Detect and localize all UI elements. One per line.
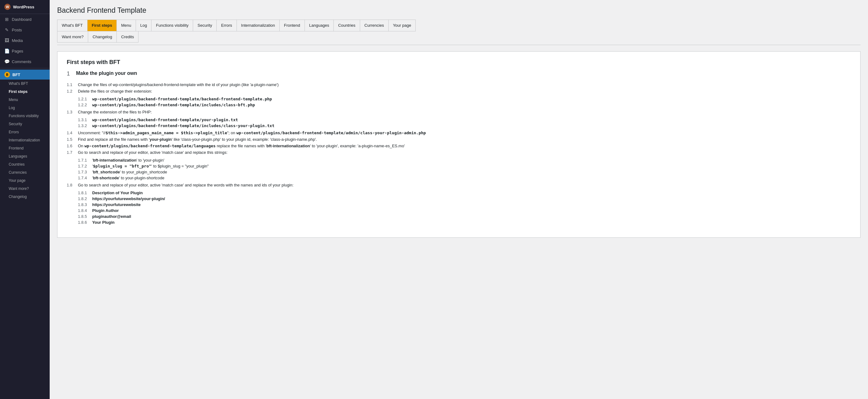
media-icon: 🖼 [4, 38, 9, 43]
tab-errors[interactable]: Errors [216, 20, 237, 31]
sidebar-label-media: Media [12, 38, 23, 43]
sidebar-label-pages: Pages [12, 49, 23, 53]
sidebar-sub-countries[interactable]: Countries [0, 160, 50, 168]
sidebar: W WordPress ⊞ Dashboard ✎ Posts 🖼 Media … [0, 0, 50, 399]
item-1-3-subitems: 1.3.1 wp-content/plugins/backend-fronten… [78, 117, 274, 129]
item-1-8-6: 1.8.6 Your Plugin [78, 219, 165, 225]
item-1-3-num: 1.3 [67, 110, 75, 114]
tab-currencies[interactable]: Currencies [360, 20, 389, 31]
sidebar-sub-changelog[interactable]: Changelog [0, 193, 50, 201]
item-1-3-1-num: 1.3.1 [78, 117, 90, 122]
item-1-8-4: 1.8.4 Plugin Author [78, 207, 165, 213]
tab-changelog[interactable]: Changelog [88, 31, 117, 43]
item-1-6: 1.6 On wp-content/plugins/backend-fronte… [67, 143, 851, 149]
tab-whats-bft[interactable]: What's BFT [57, 20, 88, 31]
item-1-3-2-text: wp-content/plugins/backend-frontend-temp… [92, 123, 274, 128]
sidebar-sub-errors[interactable]: Errors [0, 128, 50, 136]
item-1-5-text: Find and replace all the file names with… [78, 137, 317, 142]
tabs-divider [57, 45, 861, 45]
item-1-3-1: 1.3.1 wp-content/plugins/backend-fronten… [78, 117, 274, 123]
tab-your-page[interactable]: Your page [389, 20, 416, 31]
item-1-8-3: 1.8.3 https://yourfuturewebsite [78, 202, 165, 207]
item-1-2-1-text: wp-content/plugins/backend-frontend-temp… [92, 97, 272, 101]
sidebar-sub-first-steps[interactable]: First steps [0, 88, 50, 96]
tab-want-more[interactable]: Want more? [57, 31, 88, 43]
tab-languages[interactable]: Languages [305, 20, 334, 31]
sidebar-sub-menu[interactable]: Menu [0, 96, 50, 104]
item-1-5-num: 1.5 [67, 137, 75, 142]
sidebar-label-posts: Posts [12, 28, 22, 32]
item-1-2-2: 1.2.2 wp-content/plugins/backend-fronten… [78, 102, 272, 108]
item-1-7-3: 1.7.3 'bft_shortcode' to your_plugin_sho… [78, 169, 209, 175]
item-1-2-subitems: 1.2.1 wp-content/plugins/backend-fronten… [78, 96, 272, 108]
item-1-8-text: Go to search and replace of your editor,… [78, 183, 293, 188]
tab-first-steps[interactable]: First steps [87, 20, 117, 31]
tab-log[interactable]: Log [136, 20, 152, 31]
item-1-8-5: 1.8.5 pluginauthor@email [78, 213, 165, 219]
item-1-3: 1.3 Change the extension of the files to… [67, 109, 851, 130]
item-1-7: 1.7 Go to search and replace of your edi… [67, 149, 851, 182]
page-title: Backend Frontend Template [57, 6, 861, 15]
item-1-7-subitems: 1.7.1 'bft-internationalization' to 'you… [78, 157, 209, 181]
item-1-7-4: 1.7.4 'bft-shortcode' to your-plugin-sho… [78, 175, 209, 181]
tab-frontend[interactable]: Frontend [279, 20, 305, 31]
sidebar-item-dashboard[interactable]: ⊞ Dashboard [0, 14, 50, 25]
main-content: Backend Frontend Template What's BFT Fir… [50, 0, 868, 399]
tab-security[interactable]: Security [193, 20, 217, 31]
tab-menu[interactable]: Menu [116, 20, 136, 31]
item-1-6-num: 1.6 [67, 144, 75, 148]
item-1-7-num: 1.7 [67, 150, 75, 155]
section-1-header: 1 Make the plugin your own [67, 70, 851, 77]
item-1-2-1-num: 1.2.1 [78, 97, 90, 101]
sidebar-sub-log[interactable]: Log [0, 104, 50, 112]
sidebar-sub-frontend[interactable]: Frontend [0, 144, 50, 152]
item-1-2-text: Delete the files or change their extensi… [78, 89, 152, 93]
item-1-5: 1.5 Find and replace all the file names … [67, 136, 851, 143]
item-1-1-num: 1.1 [67, 82, 75, 87]
section-1-list: 1.1 Change the files of wp-content/plugi… [67, 81, 851, 226]
item-1-8-1: 1.8.1 Description of Your Plugin [78, 190, 165, 196]
tab-countries[interactable]: Countries [333, 20, 360, 31]
bft-icon: B [4, 72, 10, 77]
item-1-4-text: Uncomment: "//$this->admin_pages_main_na… [78, 131, 426, 135]
dashboard-icon: ⊞ [4, 17, 9, 22]
item-1-3-2-num: 1.3.2 [78, 123, 90, 128]
content-heading: First steps with BFT [67, 59, 851, 65]
sidebar-item-bft[interactable]: B BFT [0, 69, 50, 80]
sidebar-sub-whats-bft[interactable]: What's BFT [0, 80, 50, 88]
content-area: First steps with BFT 1 Make the plugin y… [57, 51, 861, 238]
sidebar-item-comments[interactable]: 💬 Comments [0, 56, 50, 67]
item-1-1-text: Change the files of wp-content/plugins/b… [78, 82, 279, 87]
item-1-4: 1.4 Uncomment: "//$this->admin_pages_mai… [67, 130, 851, 136]
sidebar-logo: W WordPress [0, 0, 50, 14]
item-1-3-2: 1.3.2 wp-content/plugins/backend-fronten… [78, 123, 274, 129]
sidebar-item-media[interactable]: 🖼 Media [0, 35, 50, 46]
item-1-7-text: Go to search and replace of your editor,… [78, 150, 227, 155]
sidebar-sub-functions-visibility[interactable]: Functions visibility [0, 112, 50, 120]
sidebar-sub-security[interactable]: Security [0, 120, 50, 128]
pages-icon: 📄 [4, 49, 9, 53]
sidebar-nav: ⊞ Dashboard ✎ Posts 🖼 Media 📄 Pages 💬 Co… [0, 14, 50, 67]
item-1-8-num: 1.8 [67, 183, 75, 188]
sidebar-bft-label: BFT [12, 73, 20, 77]
sidebar-sub-your-page[interactable]: Your page [0, 176, 50, 184]
sidebar-sub-currencies[interactable]: Currencies [0, 168, 50, 176]
tab-functions-visibility[interactable]: Functions visibility [151, 20, 193, 31]
tab-credits[interactable]: Credits [116, 31, 138, 43]
sidebar-sub-languages[interactable]: Languages [0, 152, 50, 160]
item-1-3-text: Change the extension of the files to PHP… [78, 110, 152, 114]
comments-icon: 💬 [4, 59, 9, 64]
tab-internationalization[interactable]: Internationalization [237, 20, 280, 31]
item-1-2: 1.2 Delete the files or change their ext… [67, 88, 851, 109]
item-1-7-2: 1.7.2 '$plugin_slug = "bft_pro"' to $plu… [78, 163, 209, 169]
item-1-6-text: On wp-content/plugins/backend-frontend-t… [78, 144, 405, 148]
sidebar-sub-internationalization[interactable]: Internationalization [0, 136, 50, 144]
sidebar-item-pages[interactable]: 📄 Pages [0, 46, 50, 56]
tabs-row-1: What's BFT First steps Menu Log Function… [57, 20, 861, 31]
sidebar-sub-want-more[interactable]: Want more? [0, 184, 50, 193]
item-1-8-2: 1.8.2 https://yourfuturewebsite/your-plu… [78, 196, 165, 202]
tabs-row-2: Want more? Changelog Credits [57, 31, 861, 42]
item-1-8: 1.8 Go to search and replace of your edi… [67, 182, 851, 226]
sidebar-item-posts[interactable]: ✎ Posts [0, 25, 50, 35]
item-1-2-2-num: 1.2.2 [78, 103, 90, 107]
